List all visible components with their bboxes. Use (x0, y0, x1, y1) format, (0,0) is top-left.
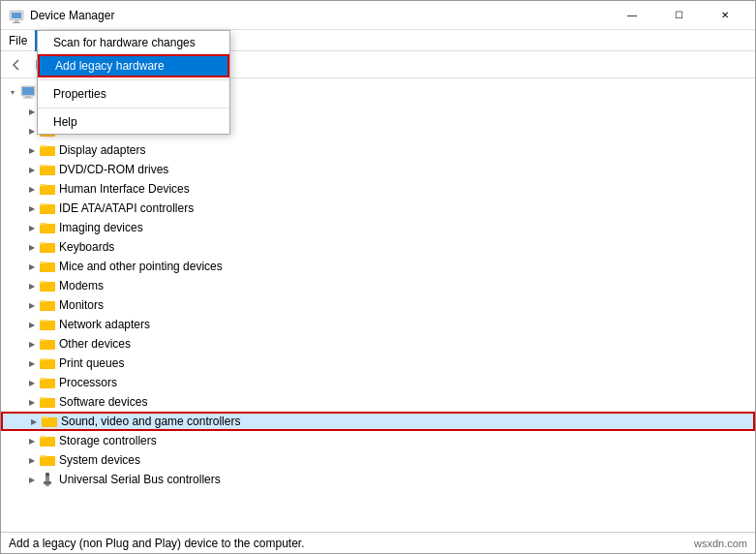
device-icon-dvd-cd (40, 162, 55, 177)
device-icon-keyboards (40, 239, 55, 255)
tree-item-system[interactable]: ▶System devices (1, 450, 755, 470)
expand-arrow-network[interactable]: ▶ (24, 317, 40, 332)
back-icon (10, 58, 23, 72)
root-computer-icon (20, 84, 36, 100)
device-label-keyboards: Keyboards (59, 240, 114, 254)
maximize-button[interactable]: ☐ (656, 1, 701, 30)
tree-item-keyboards[interactable]: ▶Keyboards (1, 237, 755, 257)
expand-arrow-human-interface[interactable]: ▶ (24, 181, 40, 197)
expand-arrow-system[interactable]: ▶ (24, 452, 40, 468)
svg-rect-3 (13, 22, 20, 23)
svg-rect-50 (41, 322, 54, 329)
device-icon-network (40, 317, 55, 332)
menu-file[interactable]: File (1, 30, 35, 51)
tree-item-dvd-cd[interactable]: ▶DVD/CD-ROM drives (1, 160, 755, 179)
tree-item-storage[interactable]: ▶Storage controllers (1, 431, 755, 450)
dropdown-scan-hardware[interactable]: Scan for hardware changes (38, 31, 229, 54)
device-icon-human-interface (40, 181, 55, 197)
tree-item-sound[interactable]: ▶Sound, video and game controllers (1, 412, 755, 431)
svg-rect-32 (41, 205, 54, 213)
expand-arrow-storage[interactable]: ▶ (24, 433, 40, 448)
dropdown-separator-1 (38, 79, 229, 80)
device-icon-storage (40, 433, 55, 448)
device-label-sound: Sound, video and game controllers (61, 415, 240, 428)
svg-point-73 (45, 473, 49, 477)
close-button[interactable]: ✕ (703, 1, 747, 30)
tree-item-mice[interactable]: ▶Mice and other pointing devices (1, 257, 755, 276)
tree-item-usb[interactable]: ▶Universal Serial Bus controllers (1, 470, 755, 489)
tree-item-ide-ata[interactable]: ▶IDE ATA/ATAPI controllers (1, 199, 755, 218)
svg-rect-2 (15, 20, 18, 22)
tree-item-human-interface[interactable]: ▶Human Interface Devices (1, 179, 755, 199)
expand-arrow-processors[interactable]: ▶ (24, 375, 40, 390)
dropdown-add-legacy[interactable]: Add legacy hardware (38, 54, 229, 77)
dropdown-separator-2 (38, 108, 229, 108)
svg-rect-53 (41, 341, 54, 349)
svg-rect-68 (41, 438, 54, 446)
svg-rect-62 (41, 399, 54, 407)
svg-rect-41 (41, 263, 54, 271)
tree-item-software[interactable]: ▶Software devices (1, 392, 755, 412)
toolbar-back-button[interactable] (5, 54, 28, 76)
device-label-mice: Mice and other pointing devices (59, 260, 223, 273)
device-icon-other (40, 336, 55, 352)
tree-item-display-adapters[interactable]: ▶Display adapters (1, 140, 755, 160)
expand-arrow-print[interactable]: ▶ (24, 355, 40, 371)
expand-arrow-modems[interactable]: ▶ (24, 278, 40, 293)
expand-arrow-mice[interactable]: ▶ (24, 259, 40, 274)
expand-arrow-display-adapters[interactable]: ▶ (24, 142, 40, 158)
tree-item-network[interactable]: ▶Network adapters (1, 315, 755, 334)
device-icon-processors (40, 375, 55, 390)
app-icon (9, 8, 24, 23)
svg-rect-59 (41, 380, 54, 387)
svg-rect-38 (41, 244, 54, 252)
svg-rect-29 (41, 186, 54, 194)
status-text: Add a legacy (non Plug and Play) device … (9, 537, 305, 550)
svg-rect-47 (41, 302, 54, 310)
device-icon-mice (40, 259, 55, 274)
device-label-print: Print queues (59, 356, 124, 370)
expand-arrow-monitors[interactable]: ▶ (24, 297, 40, 313)
device-icon-ide-ata (40, 200, 55, 216)
tree-item-modems[interactable]: ▶Modems (1, 276, 755, 295)
svg-rect-56 (41, 360, 54, 368)
tree-item-processors[interactable]: ▶Processors (1, 373, 755, 392)
device-tree[interactable]: ▾ DESKTOP-USER ▶Computer▶Disk drives▶Dis… (1, 78, 755, 532)
device-manager-window: Device Manager — ☐ ✕ File Action View He… (0, 0, 756, 554)
device-icon-software (40, 394, 55, 410)
minimize-button[interactable]: — (610, 1, 654, 30)
device-label-imaging: Imaging devices (59, 221, 143, 234)
dropdown-help[interactable]: Help (38, 110, 229, 134)
device-label-storage: Storage controllers (59, 434, 157, 447)
svg-rect-65 (43, 418, 56, 426)
tree-item-monitors[interactable]: ▶Monitors (1, 295, 755, 315)
expand-arrow-imaging[interactable]: ▶ (24, 220, 40, 235)
svg-rect-1 (12, 13, 21, 18)
device-label-modems: Modems (59, 279, 104, 292)
tree-item-other[interactable]: ▶Other devices (1, 334, 755, 354)
expand-arrow-ide-ata[interactable]: ▶ (24, 200, 40, 216)
expand-arrow-other[interactable]: ▶ (24, 336, 40, 352)
expand-arrow-software[interactable]: ▶ (24, 394, 40, 410)
tree-items: ▶Computer▶Disk drives▶Display adapters▶D… (1, 102, 755, 489)
device-label-software: Software devices (59, 395, 147, 409)
dropdown-properties[interactable]: Properties (38, 82, 229, 106)
device-label-system: System devices (59, 453, 140, 467)
svg-rect-12 (25, 96, 31, 98)
device-icon-modems (40, 278, 55, 293)
svg-rect-26 (41, 167, 54, 174)
status-bar: Add a legacy (non Plug and Play) device … (1, 532, 755, 553)
expand-arrow-usb[interactable]: ▶ (24, 472, 40, 487)
svg-rect-23 (41, 147, 54, 155)
menu-bar: File Action View Help Scan for hardware … (1, 30, 755, 51)
svg-rect-74 (44, 481, 51, 484)
title-controls: — ☐ ✕ (610, 1, 747, 30)
expand-arrow-dvd-cd[interactable]: ▶ (24, 162, 40, 177)
expand-arrow-keyboards[interactable]: ▶ (24, 239, 40, 255)
device-icon-display-adapters (40, 142, 55, 158)
expand-arrow-sound[interactable]: ▶ (26, 414, 42, 429)
tree-item-print[interactable]: ▶Print queues (1, 354, 755, 373)
root-expand-icon: ▾ (5, 84, 20, 100)
tree-item-imaging[interactable]: ▶Imaging devices (1, 218, 755, 237)
device-label-ide-ata: IDE ATA/ATAPI controllers (59, 201, 194, 215)
